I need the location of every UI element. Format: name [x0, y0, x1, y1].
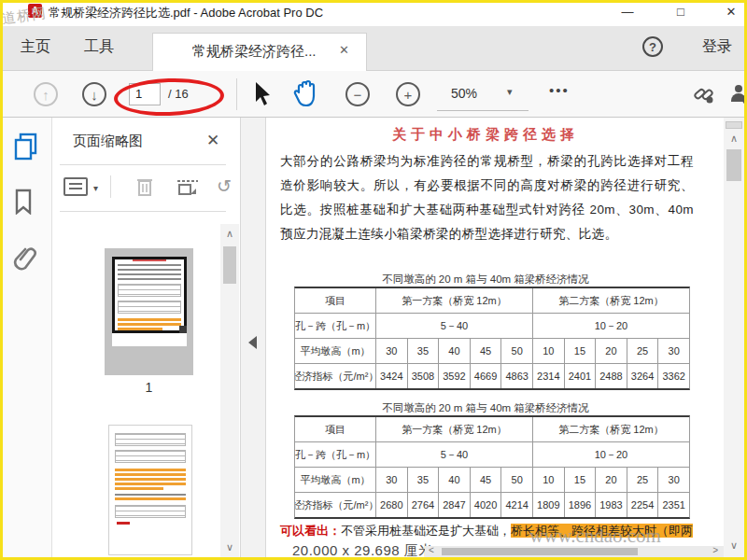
tool-separator: [110, 175, 111, 198]
sidebar-scroll-up-icon[interactable]: ∧: [220, 228, 239, 240]
delete-pages-icon[interactable]: [134, 175, 155, 198]
panel-divider: [60, 164, 226, 165]
doc-scroll-up-icon[interactable]: ∧: [724, 133, 744, 145]
table-cell: 1983: [596, 493, 627, 517]
attachments-icon[interactable]: [13, 245, 39, 273]
document-title: 关于中小桥梁跨径选择: [280, 126, 691, 144]
bookmarks-icon[interactable]: [13, 189, 34, 215]
view-rect-handle[interactable]: [179, 326, 187, 333]
table-cell: 2401: [565, 364, 596, 388]
tab-bar: 主页 工具 常规桥梁经济跨径... ✕ ? 登录: [0, 26, 747, 71]
rotate-pages-icon[interactable]: ↺: [217, 175, 232, 197]
table-cell: 第一方案（桥宽 12m）: [376, 417, 532, 441]
title-bar: A 常规桥梁经济跨径比选.pdf - Adobe Acrobat Pro DC …: [0, 0, 747, 26]
economy-table-1: 项目第一方案（桥宽 12m）第二方案（桥宽 12m）孔－跨（孔－m）5－4010…: [294, 287, 690, 390]
thumbnail-view-rect[interactable]: [112, 257, 187, 333]
table-cell: 10: [533, 339, 564, 363]
table-cell: 4863: [501, 364, 532, 388]
hand-tool-icon[interactable]: [291, 79, 319, 109]
tab-document[interactable]: 常规桥梁经济跨径... ✕: [152, 33, 367, 71]
zoom-in-button[interactable]: +: [396, 82, 420, 106]
table-cell: 项目: [295, 288, 375, 313]
table-cell: 10: [533, 468, 564, 492]
sidebar-scroll-thumb[interactable]: [223, 246, 236, 284]
doc-scroll-right-icon[interactable]: >: [712, 545, 718, 555]
table-cell: 3362: [658, 364, 689, 388]
zoom-underline: [437, 110, 529, 111]
document-paragraph: 大部分的公路桥梁均为标准跨径的常规桥型，桥梁的孔跨比选择对工程造价影响较大。所以…: [280, 149, 694, 246]
sidebar-scroll-down-icon[interactable]: ∨: [220, 541, 239, 553]
tab-close-icon[interactable]: ✕: [339, 43, 349, 57]
zoom-level-value[interactable]: 50%: [451, 86, 477, 101]
table-1-caption: 不同墩高的 20 m 箱与 40m 箱梁桥经济情况: [280, 273, 691, 287]
economy-table-2: 项目第一方案（桥宽 12m）第二方案（桥宽 12m）孔－跨（孔－m）5－4010…: [294, 415, 690, 519]
extract-pages-icon[interactable]: [176, 175, 200, 198]
panel-title: 页面缩略图: [73, 133, 143, 150]
select-tool-icon[interactable]: [252, 81, 273, 107]
table-cell: 50: [501, 339, 532, 363]
zoom-dropdown-caret-icon[interactable]: ▾: [507, 86, 513, 98]
close-button[interactable]: ✕: [715, 2, 747, 22]
table-cell: 第一方案（桥宽 12m）: [376, 288, 532, 313]
table-cell: 35: [408, 468, 439, 492]
zoom-out-button[interactable]: −: [345, 82, 370, 106]
tab-home[interactable]: 主页: [21, 37, 50, 57]
more-tools-button[interactable]: •••: [549, 82, 570, 98]
minimize-button[interactable]: —: [612, 2, 643, 22]
table-cell: 30: [658, 468, 689, 492]
table-cell: 经济指标（元/m²）: [295, 364, 375, 388]
table-cell: 3508: [408, 364, 439, 388]
table-cell: 平均墩高（m）: [295, 339, 375, 363]
main-toolbar: ↑ ↓ 1 / 16 − + 50% ▾ •••: [0, 71, 747, 118]
table-cell: 20: [596, 339, 627, 363]
table-cell: 第二方案（桥宽 12m）: [533, 288, 689, 313]
panel-divider-2: [60, 211, 226, 212]
toolbar-separator: [236, 78, 237, 110]
add-person-icon[interactable]: +: [729, 85, 747, 102]
table-cell: 1809: [533, 493, 564, 517]
document-page[interactable]: 关于中小桥梁跨径选择 大部分的公路桥梁均为标准跨径的常规桥型，桥梁的孔跨比选择对…: [266, 118, 724, 557]
table-cell: 2254: [627, 493, 658, 517]
document-horizontal-scrollbar[interactable]: < >: [425, 546, 724, 557]
page-thumbnails-icon[interactable]: [13, 133, 39, 162]
table-cell: 45: [471, 339, 501, 363]
table-cell: 25: [627, 339, 658, 363]
conclusion-plain: 不管采用桩基础还是扩大基础，: [341, 524, 511, 538]
page-thumbnails-panel: 页面缩略图 ✕ ▾ ↺: [52, 118, 241, 557]
thumbnail-options-icon[interactable]: [63, 177, 88, 196]
table-cell: 20: [596, 468, 627, 492]
tab-tools[interactable]: 工具: [84, 37, 114, 57]
doc-scroll-thumb[interactable]: [726, 149, 741, 181]
table-cell: 2680: [376, 493, 407, 517]
maximize-button[interactable]: □: [665, 2, 697, 22]
sign-in-button[interactable]: 登录: [702, 37, 732, 57]
table-cell: 50: [501, 468, 532, 492]
next-page-button[interactable]: ↓: [82, 82, 106, 106]
table-cell: 40: [439, 339, 470, 363]
table-cell: 5－40: [376, 442, 532, 467]
table-cell: 2351: [658, 493, 689, 517]
table-cell: 平均墩高（m）: [295, 468, 375, 492]
share-link-icon[interactable]: [693, 83, 715, 105]
help-icon[interactable]: ?: [642, 36, 663, 57]
table-cell: 经济指标（元/m²）: [295, 493, 375, 517]
panel-collapse-divider[interactable]: [241, 118, 266, 557]
conclusion-prefix: 可以看出：: [280, 524, 341, 538]
sidebar-scrollbar[interactable]: ∧ ∨: [220, 224, 239, 557]
panel-close-icon[interactable]: ✕: [206, 131, 219, 150]
collapse-arrow-icon[interactable]: [248, 336, 257, 349]
split-view-grabber[interactable]: [726, 121, 742, 129]
navigation-icon-strip: [0, 118, 52, 557]
table-cell: 1896: [565, 493, 596, 517]
document-vertical-scrollbar[interactable]: ∧ ∨: [724, 118, 744, 557]
options-caret-icon[interactable]: ▾: [93, 183, 98, 193]
table-cell: 10－20: [533, 442, 689, 467]
table-cell: 2847: [439, 493, 470, 517]
doc-scroll-left-icon[interactable]: <: [429, 545, 434, 555]
table-2-caption: 不同墩高的 20 m 箱与 40m 箱梁桥经济情况: [280, 401, 691, 415]
page-thumbnail-2[interactable]: [108, 425, 192, 555]
page-thumbnail-1[interactable]: [105, 248, 193, 375]
doc-hscroll-thumb[interactable]: [442, 548, 638, 555]
doc-scroll-down-icon[interactable]: ∨: [724, 539, 744, 552]
previous-page-button[interactable]: ↑: [34, 82, 58, 106]
